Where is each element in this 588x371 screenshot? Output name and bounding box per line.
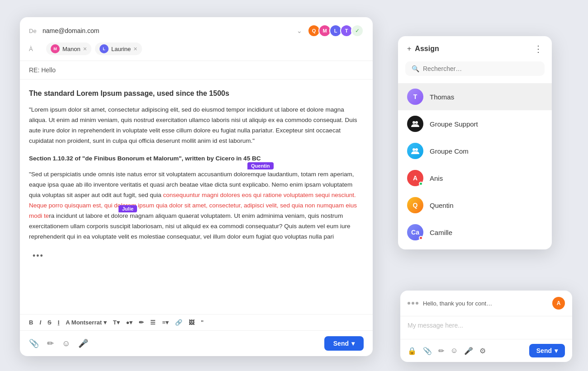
from-address: name@domain.com xyxy=(43,27,293,34)
assign-item-groupe-support[interactable]: Groupe Support xyxy=(398,110,552,137)
email-footer: 📎 ✏ ☺ 🎤 Send ▾ xyxy=(20,330,373,356)
toolbar-quote[interactable]: " xyxy=(201,319,204,326)
send-chevron-icon: ▾ xyxy=(351,340,355,347)
toolbar-align[interactable]: ≡▾ xyxy=(162,319,169,326)
email-panel: De name@domain.com ⌄ Q M L T ✓ À M Manon… xyxy=(20,17,373,356)
chat-toolbar: 🔒 📎 ✏ ☺ 🎤 ⚙ Send ▾ xyxy=(400,339,572,362)
chat-send-chevron-icon: ▾ xyxy=(555,347,558,354)
chat-send-button[interactable]: Send ▾ xyxy=(529,344,565,357)
chat-user-avatar: A xyxy=(552,297,565,310)
quentin-avatar: Q xyxy=(407,197,423,213)
quentin-cursor-label: Quentin xyxy=(247,162,274,169)
check-badge[interactable]: ✓ xyxy=(351,24,364,37)
body-heading: The standard Lorem Ipsum passage, used s… xyxy=(29,89,364,99)
chat-attach-icon[interactable]: 📎 xyxy=(423,347,432,355)
email-from-row: De name@domain.com ⌄ Q M L T ✓ xyxy=(29,24,364,37)
toolbar-text-size[interactable]: T▾ xyxy=(113,319,120,326)
chat-dot-1 xyxy=(408,302,410,305)
assign-header: + Assign ⋮ xyxy=(398,36,552,61)
send-button[interactable]: Send ▾ xyxy=(324,336,364,351)
chat-header: Hello, thank you for cont… A xyxy=(400,291,572,316)
chat-dot-2 xyxy=(412,302,414,305)
toolbar-link[interactable]: 🔗 xyxy=(175,319,182,326)
manon-avatar: M xyxy=(51,44,60,53)
anis-avatar: A xyxy=(407,170,423,186)
chat-emoji-icon[interactable]: ☺ xyxy=(450,347,458,355)
send-label: Send xyxy=(333,340,349,347)
chat-send-label: Send xyxy=(536,347,552,354)
to-label: À xyxy=(29,46,43,52)
camille-name: Camille xyxy=(430,229,452,236)
camille-status-dot xyxy=(419,236,423,240)
toolbar-list[interactable]: ☰ xyxy=(150,319,156,326)
chat-input-area[interactable]: My message here... xyxy=(400,316,572,339)
groupe-support-name: Groupe Support xyxy=(430,120,478,128)
body-p2: "Sed ut perspiciatis unde omnis iste nat… xyxy=(29,169,364,242)
email-header: De name@domain.com ⌄ Q M L T ✓ À M Manon… xyxy=(20,17,373,61)
chat-edit-icon[interactable]: ✏ xyxy=(438,347,444,355)
julie-cursor-label: Julie xyxy=(119,205,137,212)
toolbar-bold[interactable]: B xyxy=(29,319,33,326)
email-formatting-toolbar: B I S I A Montserrat ▾ T▾ ●▾ ✏ ☰ ≡▾ 🔗 🖼 … xyxy=(20,314,373,330)
chat-dots xyxy=(408,302,418,305)
body-p2-end: ra incidunt ut labore et dolore magnam a… xyxy=(49,212,263,219)
attach-icon[interactable]: 📎 xyxy=(29,338,39,348)
email-to-row: À M Manon × L Laurine × xyxy=(29,42,364,55)
thomas-name: Thomas xyxy=(430,93,454,101)
assign-plus-icon[interactable]: + xyxy=(407,45,411,53)
mic-icon[interactable]: 🎤 xyxy=(78,338,88,348)
chat-mic-icon[interactable]: 🎤 xyxy=(464,347,473,355)
thomas-avatar: T xyxy=(407,89,423,105)
assign-item-quentin[interactable]: Q Quentin xyxy=(398,192,552,219)
recipient-laurine: L Laurine × xyxy=(95,42,142,55)
assign-list: T Thomas Groupe Support Groupe Com A Ani… xyxy=(398,81,552,249)
assign-item-groupe-com[interactable]: Groupe Com xyxy=(398,137,552,164)
assign-item-anis[interactable]: A Anis xyxy=(398,164,552,192)
svg-point-1 xyxy=(415,121,418,124)
assign-item-thomas[interactable]: T Thomas xyxy=(398,83,552,110)
assign-menu-icon[interactable]: ⋮ xyxy=(534,43,543,54)
toolbar-highlight[interactable]: ✏ xyxy=(139,319,144,326)
search-icon: 🔍 xyxy=(412,65,419,72)
email-body[interactable]: Quentin Julie Tim The standard Lorem Ips… xyxy=(20,80,373,314)
svg-point-0 xyxy=(413,121,415,124)
chat-placeholder: My message here... xyxy=(408,322,463,329)
laurine-name: Laurine xyxy=(111,46,131,52)
laurine-avatar: L xyxy=(100,44,109,53)
quentin-name: Quentin xyxy=(430,202,454,209)
toolbar-italic[interactable]: I xyxy=(39,319,41,326)
search-input[interactable] xyxy=(423,65,538,72)
remove-manon[interactable]: × xyxy=(83,46,87,52)
from-label: De xyxy=(29,28,43,34)
groupe-com-avatar xyxy=(407,143,423,159)
toolbar-font[interactable]: A Montserrat ▾ xyxy=(66,319,106,326)
groupe-com-name: Groupe Com xyxy=(430,147,469,155)
chat-settings-icon[interactable]: ⚙ xyxy=(479,347,486,355)
chat-preview: Hello, thank you for cont… xyxy=(423,300,548,307)
lock-icon[interactable]: 🔒 xyxy=(408,347,417,355)
avatar-group: Q M L T ✓ xyxy=(308,24,364,37)
recipient-manon: M Manon × xyxy=(46,42,91,55)
toolbar-image[interactable]: 🖼 xyxy=(189,319,194,326)
assign-title-area: + Assign xyxy=(407,45,439,53)
anis-status-dot xyxy=(419,182,423,186)
emoji-icon[interactable]: ☺ xyxy=(62,339,70,348)
svg-point-2 xyxy=(413,148,415,151)
toolbar-strikethrough[interactable]: S xyxy=(47,319,52,326)
chat-dot-3 xyxy=(416,302,418,305)
section-title: Section 1.10.32 of "de Finibus Bonorum e… xyxy=(29,154,364,164)
assign-item-camille[interactable]: Ca Camille xyxy=(398,219,552,246)
toolbar-color[interactable]: ●▾ xyxy=(126,319,133,326)
manon-name: Manon xyxy=(62,46,81,52)
email-subject: RE: Hello xyxy=(20,61,373,80)
assign-search[interactable]: 🔍 xyxy=(405,61,545,76)
assign-title: Assign xyxy=(415,45,439,53)
from-dropdown-icon[interactable]: ⌄ xyxy=(297,27,302,34)
body-p1: "Lorem ipsum dolor sit amet, consectetur… xyxy=(29,105,364,146)
body-ellipsis[interactable]: ••• xyxy=(29,249,47,263)
remove-laurine[interactable]: × xyxy=(133,46,137,52)
edit-icon[interactable]: ✏ xyxy=(47,338,54,348)
camille-avatar: Ca xyxy=(407,224,423,240)
svg-point-3 xyxy=(415,148,418,151)
toolbar-underline[interactable]: I xyxy=(58,319,60,326)
